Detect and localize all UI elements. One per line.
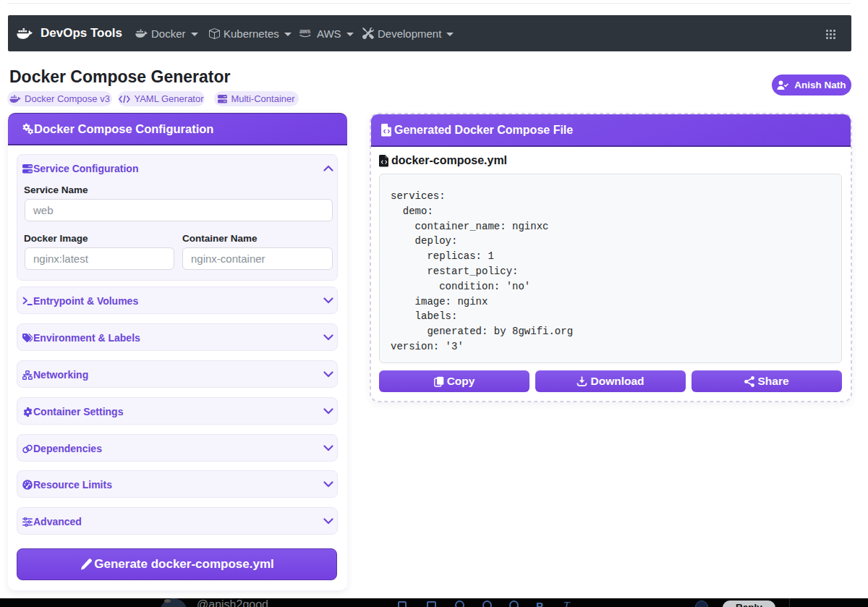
svg-text:aws: aws — [299, 28, 311, 35]
